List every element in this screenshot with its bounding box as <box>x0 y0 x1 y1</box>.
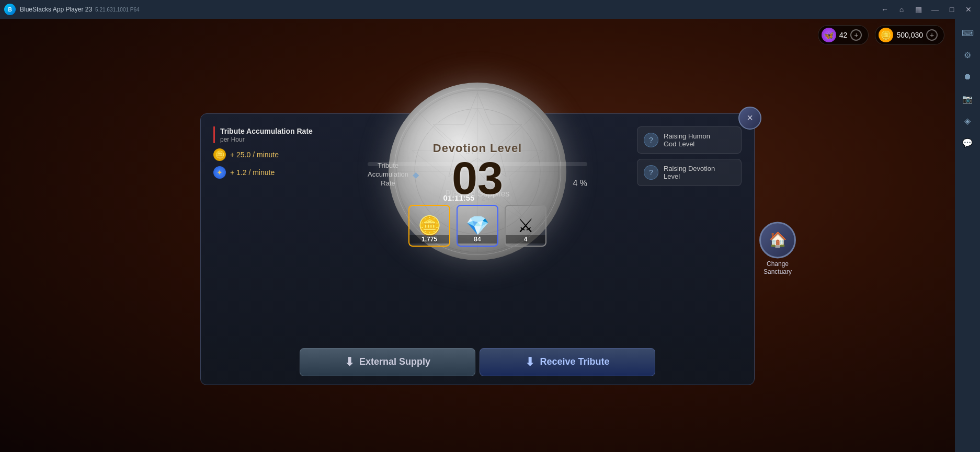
sidebar-fps-icon[interactable]: ◈ <box>958 111 977 131</box>
minimize-btn[interactable]: — <box>928 2 942 17</box>
exp-rate-item: ✦ + 1.2 / minute <box>213 166 328 179</box>
exp-supply-icon: 💎 <box>466 215 489 237</box>
supplies-row: 🪙 1,775 💎 84 ⚔ 4 <box>347 205 608 247</box>
close-btn[interactable]: ✕ <box>961 2 976 17</box>
sanctuary-circle-icon: 🏠 <box>759 222 796 258</box>
sanctuary-label: ChangeSanctuary <box>764 260 792 276</box>
sidebar-discord-icon[interactable]: 💬 <box>958 133 977 153</box>
butterfly-add-button[interactable]: + <box>850 29 862 41</box>
devotion-dialog: × Tribute Accumulation Rate per Hour 🪙 +… <box>200 113 755 385</box>
right-sidebar: ⌨ ⚙ ⏺ 📷 ◈ 💬 <box>955 19 980 452</box>
dialog-close-button[interactable]: × <box>738 107 761 130</box>
gold-supply-icon: 🪙 <box>418 215 441 237</box>
right-info-panel: ? Raising HumonGod Level ? Raising Devot… <box>637 126 742 186</box>
external-supply-icon: ⬇ <box>345 355 354 369</box>
supply-item-exp: 💎 84 <box>457 205 498 247</box>
window-controls: ← ⌂ ▦ — □ ✕ <box>878 2 976 17</box>
receive-tribute-label: Receive Tribute <box>540 356 609 367</box>
raising-humon-button[interactable]: ? Raising HumonGod Level <box>637 126 742 154</box>
gold-rate-item: 🪙 + 25.0 / minute <box>213 148 328 161</box>
gold-rate-icon: 🪙 <box>213 148 226 161</box>
game-area: 🦋 42 + 🪙 500,030 + × Tribute Accumulatio… <box>0 19 955 452</box>
other-supply-count: 4 <box>506 235 545 244</box>
raising-devotion-button[interactable]: ? Raising DevotionLevel <box>637 159 742 186</box>
home-btn[interactable]: ⌂ <box>894 2 909 17</box>
tribute-rate-box: Tribute Accumulation Rate per Hour <box>213 126 328 143</box>
coin-icon: 🪙 <box>879 28 893 42</box>
copy-btn[interactable]: ▦ <box>911 2 926 17</box>
external-supply-button[interactable]: ⬇ External Supply <box>300 348 475 376</box>
butterfly-count: 42 <box>839 31 848 39</box>
tribute-accumulation-label: TributeAccumulationRate ◆ <box>368 161 419 188</box>
sidebar-keyboard-icon[interactable]: ⌨ <box>958 23 977 43</box>
tribute-accum-text: TributeAccumulationRate <box>368 161 408 188</box>
humon-info-icon: ? <box>644 133 658 147</box>
center-orb-area: Devotion Level 03 0 / 200 TributeAccumu <box>352 83 603 271</box>
back-btn[interactable]: ← <box>878 2 892 17</box>
coin-count: 500,030 <box>896 31 923 39</box>
tribute-rate-subtitle: per Hour <box>220 136 328 143</box>
coin-add-button[interactable]: + <box>926 29 938 41</box>
exp-rate-value: + 1.2 / minute <box>230 168 275 177</box>
tribute-rate-title: Tribute Accumulation Rate <box>220 126 328 136</box>
bottom-buttons: ⬇ External Supply ⬇ Receive Tribute <box>300 348 655 376</box>
sidebar-record-icon[interactable]: ⏺ <box>958 67 977 87</box>
raising-humon-label: Raising HumonGod Level <box>664 132 710 148</box>
app-version: 5.21.631.1001 P64 <box>95 7 140 13</box>
supply-item-other: ⚔ 4 <box>505 205 546 247</box>
app-title: BlueStacks App Player 23 <box>20 6 92 13</box>
orb-text: Devotion Level 03 <box>433 142 522 201</box>
gold-supply-count: 1,775 <box>409 235 449 244</box>
exp-supply-count: 84 <box>458 235 497 244</box>
app-logo: B <box>4 4 16 15</box>
gold-rate-value: + 25.0 / minute <box>230 150 279 159</box>
diamond-icon: ◆ <box>413 170 419 180</box>
receive-tribute-icon: ⬇ <box>525 355 534 369</box>
external-supply-label: External Supply <box>359 356 430 367</box>
titlebar: B BlueStacks App Player 23 5.21.631.1001… <box>0 0 980 19</box>
receive-tribute-button[interactable]: ⬇ Receive Tribute <box>480 348 655 376</box>
butterfly-icon: 🦋 <box>822 28 836 42</box>
devotion-info-icon: ? <box>644 165 658 180</box>
butterfly-currency-pill: 🦋 42 + <box>818 25 869 45</box>
other-supply-icon: ⚔ <box>517 215 534 237</box>
tribute-rate-panel: Tribute Accumulation Rate per Hour 🪙 + 2… <box>213 126 328 179</box>
devotion-level-value: 03 <box>433 155 522 201</box>
sidebar-settings-icon[interactable]: ⚙ <box>958 45 977 65</box>
change-sanctuary-button[interactable]: 🏠 ChangeSanctuary <box>759 222 796 276</box>
supply-item-gold: 🪙 1,775 <box>408 205 450 247</box>
top-hud: 🦋 42 + 🪙 500,030 + <box>818 25 944 45</box>
exp-rate-icon: ✦ <box>213 166 226 179</box>
maximize-btn[interactable]: □ <box>944 2 959 17</box>
coin-currency-pill: 🪙 500,030 + <box>875 25 944 45</box>
percent-label: 4 % <box>573 179 587 188</box>
raising-devotion-label: Raising DevotionLevel <box>664 165 715 180</box>
sidebar-screenshot-icon[interactable]: 📷 <box>958 89 977 109</box>
